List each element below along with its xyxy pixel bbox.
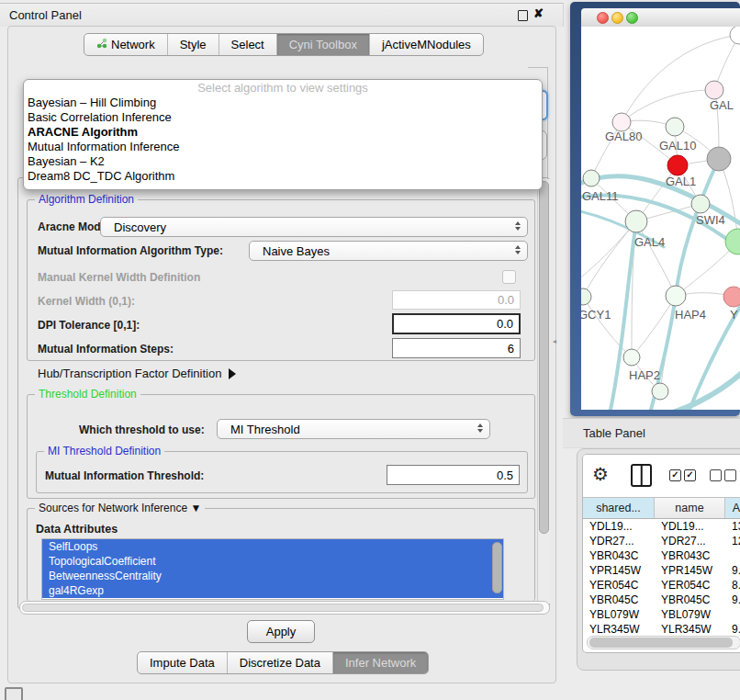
settings-hscrollbar-thumb[interactable] <box>22 604 544 612</box>
column-header-name[interactable]: name <box>655 498 725 518</box>
stepper-icon <box>515 221 521 231</box>
table-hscrollbar[interactable] <box>587 636 740 649</box>
attribute-item-selfloops[interactable]: SelfLoops <box>42 539 503 554</box>
dpi-tolerance-value: 0.0 <box>497 317 513 331</box>
network-node-gal80[interactable] <box>612 113 631 131</box>
attributes-list-scrollbar[interactable] <box>492 542 502 593</box>
algorithm-option-basic-correlation-inference[interactable]: Basic Correlation Inference <box>24 110 542 125</box>
deselect-all-checkbox-icon[interactable] <box>710 469 722 481</box>
network-node-gal11[interactable] <box>583 170 600 186</box>
network-node[interactable] <box>652 383 668 400</box>
settings-vscrollbar-thumb[interactable] <box>539 181 549 534</box>
network-edge <box>581 221 636 280</box>
table-cell: YPR145W <box>583 563 655 578</box>
select-all-checkbox-icon[interactable]: ✓ <box>684 469 696 481</box>
column-header-shared-[interactable]: shared... <box>583 498 655 518</box>
tab-label: Discretize Data <box>240 656 320 670</box>
mi-steps-field[interactable]: 6 <box>392 338 521 358</box>
mi-algorithm-type-select[interactable]: Naive Bayes <box>249 241 528 261</box>
network-node-hap4[interactable] <box>666 286 686 306</box>
manual-kernel-width-checkbox[interactable] <box>502 270 516 284</box>
network-node-gal1[interactable] <box>667 155 688 175</box>
close-traffic-light-icon[interactable] <box>597 12 609 24</box>
expand-arrow-icon <box>229 368 236 379</box>
aracne-mode-select[interactable]: Discovery <box>100 217 528 237</box>
hub-section-toggle[interactable]: Hub/Transcription Factor Definition <box>38 367 236 380</box>
network-node[interactable] <box>707 147 731 171</box>
network-node-swi4[interactable] <box>691 195 710 213</box>
algorithm-option-bayesian-k2[interactable]: Bayesian – K2 <box>24 154 542 169</box>
mi-algorithm-type-label: Mutual Information Algorithm Type: <box>38 244 223 257</box>
table-row[interactable]: YPR145WYPR145W9. <box>583 563 740 578</box>
mi-threshold-value: 0.5 <box>497 469 513 482</box>
table-row[interactable]: YBL079WYBL079W <box>583 607 740 622</box>
tab-jactivemnodules[interactable]: jActiveMNodules <box>370 34 483 55</box>
tab-infer-network[interactable]: Infer Network <box>333 652 428 673</box>
minimize-traffic-light-icon[interactable] <box>611 12 623 24</box>
kernel-width-value: 0.0 <box>498 293 514 307</box>
table-cell: 9. <box>725 622 740 637</box>
tab-style[interactable]: Style <box>168 34 219 55</box>
table-header-row: shared...nameA <box>583 497 740 519</box>
table-cell: 12 <box>725 534 740 548</box>
table-container: ⚙ ✓ ✓ shared...nameA YDL19...YDL19...13Y… <box>582 454 740 653</box>
settings-hscrollbar[interactable] <box>19 601 550 615</box>
gear-icon[interactable]: ⚙ <box>592 463 609 485</box>
network-canvas[interactable]: GALGAL80GAL10GAL1GAL11SWI4GAL4GCY1HAP4YH… <box>581 27 740 410</box>
apply-button[interactable]: Apply <box>247 620 315 643</box>
network-node-gcy1[interactable] <box>581 288 591 305</box>
mi-threshold-group-title: MI Threshold Definition <box>44 445 164 457</box>
network-node-gal[interactable] <box>705 81 723 99</box>
tab-label: Select <box>231 38 264 51</box>
deselect-all-checkbox-icon[interactable] <box>724 469 736 481</box>
table-row[interactable]: YBR043CYBR043C <box>583 548 740 563</box>
dpi-tolerance-label: DPI Tolerance [0,1]: <box>38 319 140 332</box>
tab-impute-data[interactable]: Impute Data <box>138 652 228 673</box>
threshold-definition-title: Threshold Definition <box>35 388 140 401</box>
tab-network[interactable]: Network <box>84 34 168 55</box>
minimized-panel-icon[interactable] <box>5 687 23 700</box>
table-row[interactable]: YER054CYER054C8. <box>583 578 740 593</box>
panel-splitter-handle[interactable]: ◂ <box>553 338 558 345</box>
tab-cyni-toolbox[interactable]: Cyni Toolbox <box>277 34 370 55</box>
select-all-checkbox-icon[interactable]: ✓ <box>669 469 681 481</box>
network-node-gal4[interactable] <box>625 210 647 232</box>
aracne-mode-value: Discovery <box>114 220 166 234</box>
which-threshold-select[interactable]: MI Threshold <box>217 419 490 439</box>
column-header-a[interactable]: A <box>725 498 740 518</box>
zoom-traffic-light-icon[interactable] <box>626 12 638 24</box>
table-cell: YBR045C <box>655 593 725 607</box>
network-node-y[interactable] <box>723 287 740 307</box>
algorithm-option-mutual-information-inference[interactable]: Mutual Information Inference <box>24 140 542 154</box>
algorithm-option-aracne-algorithm[interactable]: ARACNE Algorithm <box>24 125 542 140</box>
table-row[interactable]: YDL19...YDL19...13 <box>583 519 740 534</box>
node-label: GAL11 <box>582 189 619 203</box>
network-graph: GALGAL80GAL10GAL1GAL11SWI4GAL4GCY1HAP4YH… <box>581 27 740 410</box>
network-window-titlebar[interactable] <box>581 8 740 28</box>
tab-discretize-data[interactable]: Discretize Data <box>228 652 333 673</box>
table-row[interactable]: YBR045CYBR045C9. <box>583 593 740 607</box>
mi-threshold-field[interactable]: 0.5 <box>387 465 520 485</box>
close-icon[interactable]: ✘ <box>533 6 544 20</box>
tab-select[interactable]: Select <box>219 34 277 55</box>
algorithm-dropdown[interactable]: Select algorithm to view settings Bayesi… <box>23 79 543 190</box>
table-row[interactable]: YDR27...YDR27...12 <box>583 534 740 548</box>
table-panel-titlebar: Table Panel <box>563 418 740 448</box>
network-node[interactable] <box>725 229 740 254</box>
data-attributes-list[interactable]: SelfLoopsTopologicalCoefficientBetweenne… <box>41 538 504 600</box>
table-hscrollbar-thumb[interactable] <box>589 638 733 648</box>
algorithm-option-bayesian-hill-climbing[interactable]: Bayesian – Hill Climbing <box>24 96 542 110</box>
table-row[interactable]: YLR345WYLR345W9. <box>583 622 740 637</box>
algorithm-option-dream8-dc-tdc-algorithm[interactable]: Dream8 DC_TDC Algorithm <box>24 169 542 184</box>
collapse-arrow-icon[interactable]: ▼ <box>190 502 201 514</box>
attribute-item-topologicalcoefficient[interactable]: TopologicalCoefficient <box>42 554 503 569</box>
node-label: Y <box>730 308 738 322</box>
network-node[interactable] <box>730 27 740 44</box>
attribute-item-gal4rgexp[interactable]: gal4RGexp <box>42 583 503 598</box>
float-icon[interactable] <box>518 10 528 21</box>
network-node-gal10[interactable] <box>666 118 684 136</box>
network-node-hap2[interactable] <box>623 349 640 366</box>
split-columns-icon[interactable] <box>631 464 652 487</box>
attribute-item-betweennesscentrality[interactable]: BetweennessCentrality <box>42 569 503 583</box>
dpi-tolerance-field[interactable]: 0.0 <box>392 313 521 334</box>
